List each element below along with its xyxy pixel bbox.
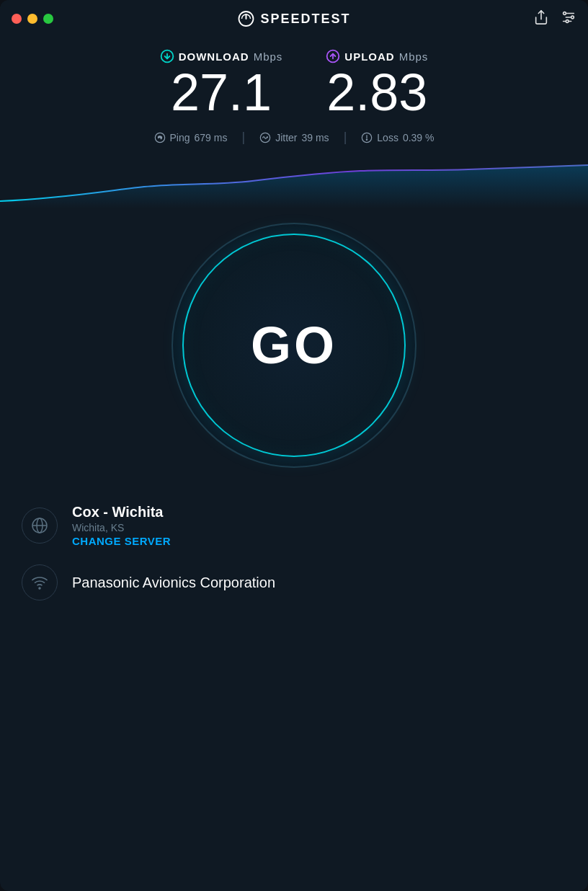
- settings-icon[interactable]: [561, 9, 576, 28]
- header-actions: [533, 9, 576, 28]
- logo-text: SPEEDTEST: [260, 12, 350, 27]
- upload-label: UPLOAD Mbps: [326, 49, 428, 63]
- jitter-label: Jitter: [275, 132, 297, 143]
- download-label-text: DOWNLOAD: [179, 50, 249, 63]
- isp-item: Panasonic Avionics Corporation: [22, 564, 566, 600]
- go-label: GO: [251, 316, 337, 375]
- upload-value: 2.83: [326, 66, 427, 118]
- jitter-value: 39 ms: [302, 132, 329, 143]
- svg-point-6: [571, 16, 574, 19]
- upload-stat: UPLOAD Mbps 2.83: [326, 49, 428, 118]
- isp-wifi-icon: [22, 564, 58, 600]
- minimize-button[interactable]: [27, 14, 37, 24]
- traffic-lights: [12, 14, 53, 24]
- ping-metric: Ping 679 ms: [140, 132, 242, 143]
- loss-metric: Loss 0.39 %: [347, 132, 448, 143]
- ping-icon: [154, 132, 166, 143]
- go-section: GO: [0, 208, 588, 489]
- download-unit: Mbps: [254, 50, 283, 63]
- upload-icon: [326, 49, 340, 63]
- graph-svg: [0, 151, 588, 208]
- server-name: Cox - Wichita: [72, 504, 171, 520]
- jitter-metric: Jitter 39 ms: [245, 132, 343, 143]
- titlebar: SPEEDTEST: [0, 0, 588, 37]
- wifi-icon: [31, 574, 48, 591]
- svg-point-20: [39, 588, 40, 589]
- download-label: DOWNLOAD Mbps: [160, 49, 283, 63]
- speed-graph: [0, 151, 588, 208]
- isp-name: Panasonic Avionics Corporation: [72, 575, 275, 591]
- loss-label: Loss: [377, 132, 398, 143]
- ping-label: Ping: [170, 132, 190, 143]
- server-globe-icon: [22, 507, 58, 544]
- download-stat: DOWNLOAD Mbps 27.1: [160, 49, 283, 118]
- server-location: Wichita, KS: [72, 522, 171, 533]
- go-outer-circle: GO: [172, 223, 416, 468]
- close-button[interactable]: [12, 14, 22, 24]
- speedtest-logo-icon: [237, 10, 254, 27]
- upload-label-text: UPLOAD: [344, 50, 394, 63]
- jitter-icon: [259, 132, 271, 143]
- app-logo: SPEEDTEST: [237, 10, 350, 27]
- go-button[interactable]: GO: [182, 234, 406, 457]
- metrics-row: Ping 679 ms | Jitter 39 ms | Loss 0.39 %: [0, 124, 588, 151]
- share-icon[interactable]: [533, 9, 549, 28]
- svg-point-7: [566, 20, 569, 23]
- server-section: Cox - Wichita Wichita, KS CHANGE SERVER …: [0, 489, 588, 615]
- server-info: Cox - Wichita Wichita, KS CHANGE SERVER: [72, 504, 171, 547]
- server-item: Cox - Wichita Wichita, KS CHANGE SERVER: [22, 504, 566, 547]
- ping-value: 679 ms: [195, 132, 228, 143]
- svg-point-5: [564, 12, 566, 15]
- change-server-button[interactable]: CHANGE SERVER: [72, 535, 171, 547]
- download-value: 27.1: [171, 66, 272, 118]
- globe-icon: [31, 517, 48, 534]
- stats-section: DOWNLOAD Mbps 27.1 UPLOAD Mbps 2.83: [0, 37, 588, 124]
- app-window: SPEEDTEST: [0, 0, 588, 891]
- upload-unit: Mbps: [399, 50, 429, 63]
- maximize-button[interactable]: [43, 14, 53, 24]
- loss-icon: [361, 132, 373, 143]
- download-icon: [160, 49, 174, 63]
- svg-point-16: [367, 139, 368, 140]
- loss-value: 0.39 %: [403, 132, 435, 143]
- isp-info: Panasonic Avionics Corporation: [72, 575, 275, 591]
